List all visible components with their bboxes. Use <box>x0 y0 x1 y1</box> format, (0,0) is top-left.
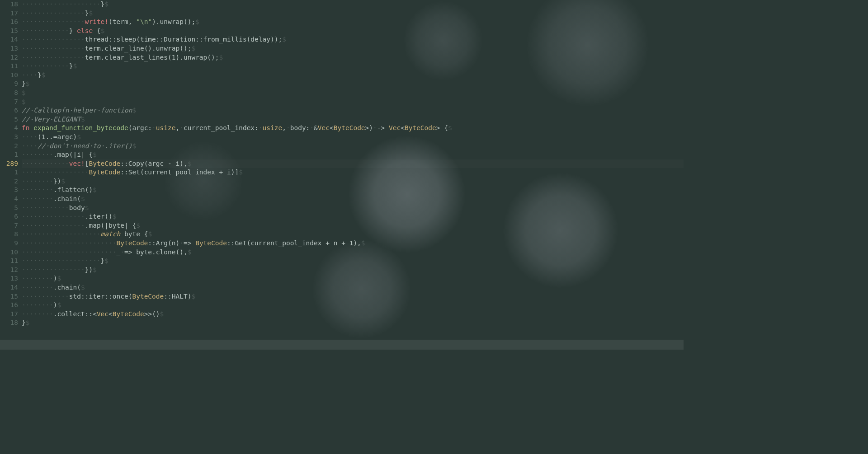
code-content[interactable]: ····················}$ <box>22 0 684 9</box>
code-content[interactable]: ························ByteCode::Arg(n)… <box>22 239 684 248</box>
code-line[interactable]: 9························ByteCode::Arg(n… <box>0 239 684 248</box>
code-content[interactable]: ····//·don't·need·to·.iter()$ <box>22 142 684 151</box>
code-content[interactable]: //·Calltopfn·helper·function$ <box>22 106 684 115</box>
line-number: 289 <box>0 159 22 168</box>
code-line[interactable]: 12················})$ <box>0 266 684 275</box>
code-content[interactable]: ················write!(term, "\n").unwra… <box>22 18 684 27</box>
code-line[interactable]: 5············body$ <box>0 204 684 213</box>
code-line[interactable]: 4fn expand_function_bytecode(argc:·usize… <box>0 124 684 133</box>
line-number: 11 <box>0 257 22 266</box>
code-line[interactable]: 16················write!(term, "\n").unw… <box>0 18 684 27</box>
code-content[interactable]: ········)$ <box>22 301 684 310</box>
line-number: 5 <box>0 115 22 124</box>
code-content[interactable]: ········)$ <box>22 274 684 283</box>
code-line[interactable]: 17········.collect::<Vec<ByteCode>>()$ <box>0 310 684 319</box>
line-number: 13 <box>0 44 22 53</box>
code-content[interactable]: ····················match byte {$ <box>22 230 684 239</box>
editor-buffer[interactable]: 18····················}$17··············… <box>0 0 684 340</box>
code-line[interactable]: 8$ <box>0 89 684 98</box>
code-line[interactable]: 10····}$ <box>0 71 684 80</box>
code-content[interactable]: ················}$ <box>22 9 684 18</box>
line-number: 15 <box>0 27 22 36</box>
code-content[interactable]: ················})$ <box>22 266 684 275</box>
line-number: 15 <box>0 292 22 301</box>
code-content[interactable]: fn expand_function_bytecode(argc:·usize,… <box>22 124 684 133</box>
code-line[interactable]: 6················.iter()$ <box>0 212 684 221</box>
code-line[interactable]: 11····················}$ <box>0 257 684 266</box>
code-line[interactable]: 13················term.clear_line().unwr… <box>0 44 684 53</box>
code-content[interactable]: ·················ByteCode::Set(current_p… <box>22 168 684 177</box>
code-line[interactable]: 16········)$ <box>0 301 684 310</box>
line-number: 8 <box>0 230 22 239</box>
code-line[interactable]: 4········.chain($ <box>0 195 684 204</box>
code-line[interactable]: 5//·Very·ELEGANT$ <box>0 115 684 124</box>
code-content[interactable]: ················.iter()$ <box>22 212 684 221</box>
code-content[interactable]: }$ <box>22 80 684 89</box>
code-content[interactable]: ····(1..=argc)$ <box>22 133 684 142</box>
code-content[interactable]: ············}$ <box>22 62 684 71</box>
line-number: 2 <box>0 177 22 186</box>
code-content[interactable]: ················term.clear_last_lines(1)… <box>22 53 684 62</box>
code-line[interactable]: 10························_·=> byte.clon… <box>0 248 684 257</box>
code-line[interactable]: 14········.chain($ <box>0 283 684 292</box>
code-content[interactable]: //·Very·ELEGANT$ <box>22 115 684 124</box>
code-content[interactable]: ········.flatten()$ <box>22 186 684 195</box>
code-content[interactable]: ············vec![ByteCode::Copy(argc - i… <box>22 159 684 168</box>
code-line[interactable]: 18}$ <box>0 318 684 328</box>
code-line[interactable]: 15············} else {$ <box>0 27 684 36</box>
code-line[interactable]: 1········.map(|i| {$ <box>0 150 684 159</box>
line-number: 4 <box>0 195 22 204</box>
code-content[interactable]: ············std::iter::once(ByteCode::HA… <box>22 292 684 301</box>
line-number: 1 <box>0 168 22 177</box>
code-content[interactable]: ························_·=> byte.clone(… <box>22 248 684 257</box>
code-line[interactable]: 7$ <box>0 98 684 107</box>
code-content[interactable]: ········.collect::<Vec<ByteCode>>()$ <box>22 310 684 319</box>
code-content[interactable]: ············} else {$ <box>22 27 684 36</box>
line-number: 7 <box>0 98 22 107</box>
code-line[interactable]: 1·················ByteCode::Set(current_… <box>0 168 684 177</box>
code-line[interactable]: 289············vec![ByteCode::Copy(argc … <box>0 159 684 168</box>
code-line[interactable]: 11············}$ <box>0 62 684 71</box>
code-content[interactable]: ················.map(|byte| {$ <box>22 221 684 230</box>
code-line[interactable]: 12················term.clear_last_lines(… <box>0 53 684 62</box>
code-content[interactable]: $ <box>22 98 684 107</box>
line-number: 5 <box>0 204 22 213</box>
line-number: 3 <box>0 133 22 142</box>
code-content[interactable]: ········})$ <box>22 177 684 186</box>
line-number: 14 <box>0 35 22 44</box>
modeline: -:**- machine.rs Bot (289,41) <N> Git-ma… <box>0 340 684 350</box>
code-line[interactable]: 7················.map(|byte| {$ <box>0 221 684 230</box>
code-content[interactable]: ········.chain($ <box>22 283 684 292</box>
line-number: 16 <box>0 301 22 310</box>
code-line[interactable]: 6//·Calltopfn·helper·function$ <box>0 106 684 115</box>
line-number: 6 <box>0 106 22 115</box>
code-line[interactable]: 9}$ <box>0 80 684 89</box>
code-line[interactable]: 3····(1..=argc)$ <box>0 133 684 142</box>
code-line[interactable]: 2········})$ <box>0 177 684 186</box>
line-number: 10 <box>0 248 22 257</box>
line-number: 4 <box>0 124 22 133</box>
code-line[interactable]: 3········.flatten()$ <box>0 186 684 195</box>
line-number: 9 <box>0 80 22 89</box>
code-content[interactable]: ················term.clear_line().unwrap… <box>22 44 684 53</box>
code-line[interactable]: 8····················match byte {$ <box>0 230 684 239</box>
code-line[interactable]: 15············std::iter::once(ByteCode::… <box>0 292 684 301</box>
code-content[interactable]: $ <box>22 89 684 98</box>
code-line[interactable]: 2····//·don't·need·to·.iter()$ <box>0 142 684 151</box>
minibuffer[interactable] <box>0 350 684 358</box>
code-content[interactable]: }$ <box>22 318 684 328</box>
code-line[interactable]: 17················}$ <box>0 9 684 18</box>
line-number: 12 <box>0 266 22 275</box>
code-line[interactable]: 18····················}$ <box>0 0 684 9</box>
line-number: 12 <box>0 53 22 62</box>
code-content[interactable]: ················thread::sleep(time::Dura… <box>22 35 684 44</box>
code-content[interactable]: ····}$ <box>22 71 684 80</box>
code-content[interactable]: ········.chain($ <box>22 195 684 204</box>
code-content[interactable]: ····················}$ <box>22 257 684 266</box>
code-line[interactable]: 14················thread::sleep(time::Du… <box>0 35 684 44</box>
code-content[interactable]: ············body$ <box>22 204 684 213</box>
line-number: 6 <box>0 212 22 221</box>
code-content[interactable]: ········.map(|i| {$ <box>22 150 684 159</box>
line-number: 2 <box>0 142 22 151</box>
code-line[interactable]: 13········)$ <box>0 274 684 283</box>
